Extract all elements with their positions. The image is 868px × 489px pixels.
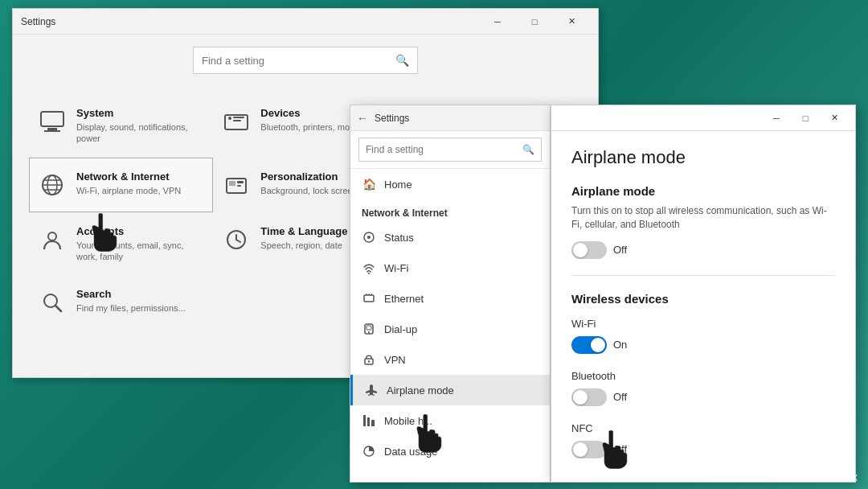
svg-rect-43 [371, 420, 375, 426]
mid-section-label: Network & Internet [350, 199, 550, 222]
bluetooth-toggle-label: Off [613, 391, 627, 403]
bluetooth-toggle-knob [573, 390, 588, 405]
svg-line-22 [236, 240, 240, 242]
mobile-icon [362, 413, 376, 428]
mid-back-button[interactable]: ← [357, 112, 368, 125]
svg-rect-0 [41, 112, 63, 126]
bg-window-controls: ─ □ ✕ [479, 9, 590, 35]
airplane-toggle-label: Off [613, 244, 627, 256]
svg-rect-17 [237, 181, 244, 183]
mid-nav-datausage[interactable]: Data usage [350, 436, 550, 466]
airplane-label: Airplane mode [387, 384, 454, 397]
wireless-section-title: Wireless devices [571, 292, 835, 306]
mid-search-container: 🔍 [350, 131, 550, 169]
airplane-section-title: Airplane mode [571, 184, 835, 198]
svg-rect-41 [363, 415, 366, 426]
settings-item-search[interactable]: Search Find my files, permissions... [29, 275, 213, 330]
wifi-toggle-knob [591, 338, 605, 352]
airplane-page-title: Airplane mode [571, 147, 835, 168]
time-desc: Speech, region, date [260, 240, 347, 251]
mid-search-box[interactable]: 🔍 [358, 138, 542, 162]
settings-item-network[interactable]: Network & Internet Wi-Fi, airplane mode,… [29, 158, 213, 212]
mid-nav-mobile[interactable]: Mobile h... [350, 405, 550, 436]
bg-close-button[interactable]: ✕ [553, 9, 590, 35]
bg-search-box[interactable]: 🔍 [193, 47, 418, 74]
mid-nav-status[interactable]: Status [350, 222, 550, 253]
bg-window-title: Settings [21, 16, 479, 27]
svg-rect-1 [47, 128, 57, 130]
mid-settings-window: ← Settings 🔍 🏠 Home Network & Internet S… [350, 105, 551, 483]
bg-minimize-button[interactable]: ─ [479, 9, 516, 35]
search-icon [38, 288, 67, 317]
datausage-label: Data usage [384, 446, 438, 458]
right-content: Airplane mode Airplane mode Turn this on… [551, 131, 855, 483]
bluetooth-section-label: Bluetooth [571, 370, 835, 382]
right-close-button[interactable]: ✕ [820, 107, 849, 129]
dialup-icon [362, 322, 376, 336]
settings-item-accounts[interactable]: Accounts Your accounts, email, sync, wor… [29, 212, 213, 276]
search-item-text: Search Find my files, permissions... [76, 288, 186, 314]
mid-search-input[interactable] [366, 144, 522, 155]
accounts-item-text: Accounts Your accounts, email, sync, wor… [76, 225, 204, 263]
system-item-text: System Display, sound, notifications, po… [76, 107, 204, 145]
svg-point-31 [368, 273, 370, 274]
bluetooth-toggle[interactable] [571, 388, 607, 406]
wifi-label: Wi-Fi [384, 262, 408, 274]
svg-rect-38 [366, 326, 371, 330]
accounts-title: Accounts [76, 225, 204, 237]
home-label: Home [384, 179, 412, 191]
system-desc: Display, sound, notifications, power [76, 121, 204, 145]
airplane-toggle[interactable] [571, 241, 607, 259]
mid-nav-wifi[interactable]: Wi-Fi [350, 253, 550, 283]
devices-icon [222, 107, 251, 136]
search-desc: Find my files, permissions... [76, 302, 186, 314]
mid-home-item[interactable]: 🏠 Home [350, 169, 550, 199]
nfc-toggle-knob [573, 442, 588, 457]
mobile-label: Mobile h... [384, 415, 432, 427]
bg-search-input[interactable] [202, 55, 395, 67]
ethernet-icon [362, 291, 376, 306]
home-icon: 🏠 [362, 177, 376, 191]
svg-point-30 [367, 236, 371, 239]
svg-line-28 [55, 306, 61, 311]
network-item-text: Network & Internet Wi-Fi, airplane mode,… [76, 171, 181, 196]
bg-maximize-button[interactable]: □ [516, 9, 553, 35]
wifi-toggle-label: On [613, 339, 627, 351]
status-label: Status [384, 232, 414, 244]
airplane-toggle-row: Off [571, 241, 835, 259]
ethernet-label: Ethernet [384, 293, 424, 305]
time-icon [222, 225, 251, 254]
status-icon [362, 230, 376, 244]
airplane-toggle-knob [573, 243, 588, 257]
svg-point-4 [228, 117, 231, 120]
mid-nav-ethernet[interactable]: Ethernet [350, 283, 550, 314]
airplane-icon [364, 383, 379, 397]
system-title: System [76, 107, 204, 119]
mid-nav-dialup[interactable]: Dial-up [350, 314, 550, 344]
svg-point-40 [368, 360, 370, 362]
system-icon [38, 107, 67, 136]
svg-rect-2 [44, 130, 60, 132]
right-minimize-button[interactable]: ─ [762, 107, 791, 129]
bg-search-container: 🔍 [13, 35, 598, 86]
settings-item-system[interactable]: System Display, sound, notifications, po… [29, 94, 213, 158]
bluetooth-section: Bluetooth Off [571, 370, 835, 406]
svg-rect-16 [229, 181, 235, 186]
svg-rect-42 [367, 417, 370, 426]
right-maximize-button[interactable]: □ [791, 107, 820, 129]
nfc-toggle-label: Off [613, 443, 627, 455]
mid-nav-airplane[interactable]: Airplane mode [350, 375, 550, 405]
nfc-section-label: NFC [571, 422, 835, 434]
airplane-section-desc: Turn this on to stop all wireless commun… [571, 204, 835, 232]
wifi-toggle[interactable] [571, 336, 607, 354]
nfc-toggle[interactable] [571, 441, 607, 458]
right-title-bar: ─ □ ✕ [551, 105, 855, 131]
accounts-icon [38, 225, 67, 254]
mid-nav-vpn[interactable]: VPN [350, 344, 550, 375]
mid-title-bar: ← Settings [350, 105, 550, 131]
wifi-icon [362, 261, 376, 275]
mid-search-icon: 🔍 [522, 144, 534, 155]
network-desc: Wi-Fi, airplane mode, VPN [76, 185, 181, 196]
svg-rect-18 [237, 185, 241, 187]
bg-search-icon: 🔍 [395, 54, 409, 67]
